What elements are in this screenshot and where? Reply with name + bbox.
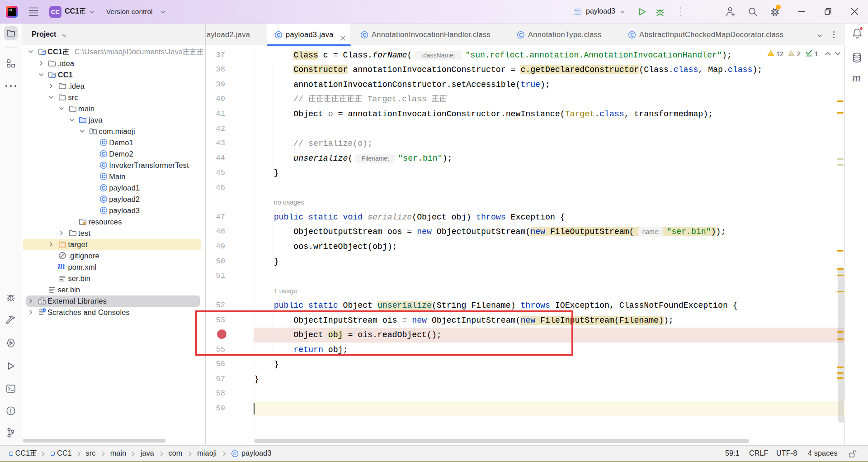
svg-text:C: C: [519, 32, 523, 38]
svg-text:C: C: [102, 162, 105, 167]
svg-text:C: C: [102, 185, 105, 190]
svg-text:C: C: [102, 151, 105, 156]
svg-text:C: C: [102, 196, 105, 201]
svg-text:C: C: [102, 173, 105, 179]
svg-text:C: C: [363, 32, 366, 38]
svg-text:C: C: [277, 32, 280, 38]
svg-text:C: C: [233, 451, 236, 456]
svg-text:C: C: [630, 32, 634, 38]
svg-text:C: C: [102, 139, 105, 145]
svg-text:C: C: [102, 207, 105, 213]
